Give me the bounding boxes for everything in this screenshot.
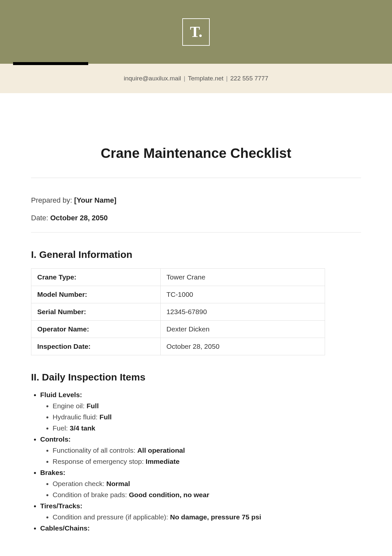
list-item: Brakes: Operation check: Normal Conditio…	[40, 469, 361, 499]
cell-val: Dexter Dicken	[160, 321, 325, 338]
table-row: Serial Number: 12345-67890	[31, 303, 325, 321]
logo-box: T.	[182, 18, 210, 46]
prepared-by-label: Prepared by:	[31, 196, 72, 204]
sub-value: Full	[100, 413, 112, 421]
cell-val: 12345-67890	[160, 303, 325, 321]
cell-val: Tower Crane	[160, 269, 325, 286]
sub-list: Functionality of all controls: All opera…	[40, 446, 361, 465]
contact-phone: 222 555 7777	[230, 75, 268, 82]
list-item: Controls: Functionality of all controls:…	[40, 435, 361, 465]
inspection-list: Fluid Levels: Engine oil: Full Hydraulic…	[31, 391, 361, 532]
sub-label: Condition of brake pads:	[53, 491, 127, 498]
sub-label: Functionality of all controls:	[53, 446, 135, 454]
cell-key: Inspection Date:	[31, 338, 161, 355]
sub-item: Functionality of all controls: All opera…	[53, 446, 361, 454]
item-label: Tires/Tracks:	[40, 502, 82, 510]
cell-key: Operator Name:	[31, 321, 161, 338]
item-label: Brakes:	[40, 469, 65, 476]
page-title: Crane Maintenance Checklist	[31, 145, 361, 161]
sub-value: 3/4 tank	[70, 424, 95, 432]
sub-list: Operation check: Normal Condition of bra…	[40, 480, 361, 499]
section-heading-general: I. General Information	[31, 249, 361, 260]
sub-item: Hydraulic fluid: Full	[53, 413, 361, 421]
item-label: Cables/Chains:	[40, 524, 90, 532]
general-info-table: Crane Type: Tower Crane Model Number: TC…	[31, 268, 325, 355]
cell-val: October 28, 2050	[160, 338, 325, 355]
list-item: Tires/Tracks: Condition and pressure (if…	[40, 502, 361, 521]
sub-label: Condition and pressure (if applicable):	[53, 513, 168, 521]
item-label: Fluid Levels:	[40, 391, 82, 398]
sub-list: Condition and pressure (if applicable): …	[40, 513, 361, 521]
sub-label: Engine oil:	[53, 402, 85, 410]
prepared-by-line: Prepared by: [Your Name]	[31, 196, 361, 205]
header-contact-bar: inquire@auxilux.mail | Template.net | 22…	[0, 64, 392, 93]
sub-item: Condition of brake pads: Good condition,…	[53, 491, 361, 499]
sub-value: Normal	[106, 480, 130, 487]
sub-label: Hydraulic fluid:	[53, 413, 98, 421]
accent-bar	[13, 62, 88, 65]
logo-icon: T.	[190, 23, 202, 41]
sub-item: Condition and pressure (if applicable): …	[53, 513, 361, 521]
date-line: Date: October 28, 2050	[31, 214, 361, 222]
table-row: Inspection Date: October 28, 2050	[31, 338, 325, 355]
sub-item: Operation check: Normal	[53, 480, 361, 488]
date-value: October 28, 2050	[50, 214, 108, 222]
sub-label: Response of emergency stop:	[53, 458, 144, 465]
cell-val: TC-1000	[160, 286, 325, 303]
cell-key: Crane Type:	[31, 269, 161, 286]
sub-value: All operational	[137, 446, 185, 454]
sub-value: Immediate	[146, 458, 180, 465]
divider	[31, 232, 361, 233]
sub-label: Operation check:	[53, 480, 105, 487]
sub-item: Response of emergency stop: Immediate	[53, 458, 361, 465]
list-item: Fluid Levels: Engine oil: Full Hydraulic…	[40, 391, 361, 432]
separator: |	[226, 75, 228, 82]
contact-site: Template.net	[188, 75, 223, 82]
table-row: Crane Type: Tower Crane	[31, 269, 325, 286]
cell-key: Serial Number:	[31, 303, 161, 321]
list-item: Cables/Chains:	[40, 524, 361, 532]
section-heading-daily: II. Daily Inspection Items	[31, 372, 361, 383]
separator: |	[184, 75, 185, 82]
sub-value: Full	[87, 402, 99, 410]
table-row: Operator Name: Dexter Dicken	[31, 321, 325, 338]
contact-email: inquire@auxilux.mail	[124, 75, 181, 82]
sub-label: Fuel:	[53, 424, 68, 432]
header-banner: T.	[0, 0, 392, 64]
document-body: Crane Maintenance Checklist Prepared by:…	[0, 145, 392, 532]
divider	[31, 177, 361, 178]
date-label: Date:	[31, 214, 48, 222]
sub-list: Engine oil: Full Hydraulic fluid: Full F…	[40, 402, 361, 432]
prepared-by-value: [Your Name]	[74, 196, 116, 204]
table-row: Model Number: TC-1000	[31, 286, 325, 303]
sub-item: Engine oil: Full	[53, 402, 361, 410]
sub-value: No damage, pressure 75 psi	[170, 513, 261, 521]
sub-item: Fuel: 3/4 tank	[53, 424, 361, 432]
cell-key: Model Number:	[31, 286, 161, 303]
sub-value: Good condition, no wear	[129, 491, 209, 498]
item-label: Controls:	[40, 435, 71, 443]
